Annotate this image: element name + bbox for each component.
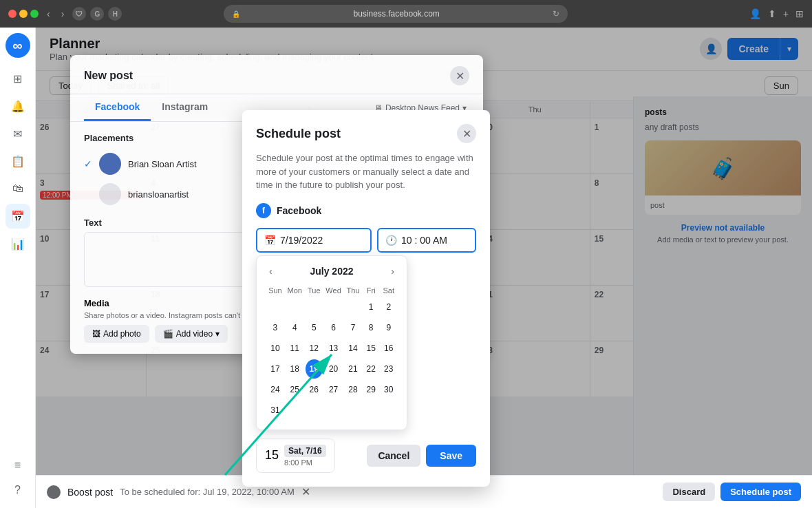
suggested-date: Sat, 7/16 [284,445,326,457]
cal-day-17[interactable]: 17 [266,359,284,379]
cal-day-empty [286,297,304,317]
sidebar-item-more[interactable]: ≡ [6,453,30,478]
cal-day-21[interactable]: 21 [344,359,362,379]
cal-day-1[interactable]: 1 [363,297,379,317]
calendar-next-button[interactable]: › [387,264,398,278]
sidebar-item-home[interactable]: ⊞ [6,66,30,91]
date-input[interactable]: 📅 7/19/2022 [256,228,372,253]
cal-day-7[interactable]: 7 [344,318,362,337]
new-tab-icon[interactable]: + [783,8,789,19]
cal-day-15[interactable]: 15 [363,339,379,358]
dialog-header: New post ✕ [70,55,483,94]
calendar-grid-table: Sun Mon Tue Wed Thu Fri Sat [265,284,398,421]
url-bar[interactable]: 🔒 business.facebook.com ↻ [224,5,568,23]
shield-extension-icon[interactable]: 🛡 [72,7,86,21]
cal-day-3[interactable]: 3 [266,318,284,337]
schedule-title: Schedule post [256,127,341,141]
cal-day-22[interactable]: 22 [363,359,379,379]
cal-day-16[interactable]: 16 [381,339,397,358]
add-video-button[interactable]: 🎬 Add video ▾ [155,325,228,343]
tab-facebook[interactable]: Facebook [84,94,151,121]
cal-day-empty [306,297,323,317]
cal-day-30[interactable]: 30 [381,380,397,399]
cal-day-4[interactable]: 4 [286,318,304,337]
cal-day-empty [344,401,362,420]
sidebar-item-content[interactable]: 📋 [6,149,30,173]
bottom-close-button[interactable]: ✕ [301,485,310,498]
cal-day-25[interactable]: 25 [286,380,304,399]
sidebar-item-help[interactable]: ? [6,478,30,502]
tab-instagram[interactable]: Instagram [151,94,219,121]
cal-day-20[interactable]: 20 [324,359,343,379]
tabs-icon[interactable]: ⊞ [795,8,804,19]
video-dropdown-icon: ▾ [215,329,220,339]
cal-day-31[interactable]: 31 [266,401,284,420]
action-row: Cancel Save [367,445,476,467]
clock-input-icon: 🕐 [385,235,397,246]
cal-day-10[interactable]: 10 [266,339,284,358]
video-icon: 🎬 [163,329,173,339]
sidebar-item-insights[interactable]: 📊 [6,231,30,256]
cal-week-3: 10 11 12 13 14 15 16 [266,339,397,358]
grammarly-extension-icon[interactable]: G [90,7,104,21]
save-button[interactable]: Save [426,445,476,467]
cal-day-12[interactable]: 12 [306,339,323,358]
cal-day-11[interactable]: 11 [286,339,304,358]
cal-day-27[interactable]: 27 [324,380,343,399]
honey-extension-icon[interactable]: H [108,7,122,21]
cal-day-24[interactable]: 24 [266,380,284,399]
cal-day-empty [381,401,397,420]
new-post-title: New post [84,70,133,82]
cal-day-28[interactable]: 28 [344,380,362,399]
cal-day-5[interactable]: 5 [306,318,323,337]
suggested-action-row: 15 Sat, 7/16 8:00 PM Cancel Save [256,438,476,473]
facebook-icon: f [256,203,271,218]
boost-circle [47,485,61,499]
schedule-description: Schedule your post at the optimal times … [256,151,476,192]
sidebar-item-inbox[interactable]: ✉ [6,121,30,146]
cal-day-26[interactable]: 26 [306,380,323,399]
cal-day-6[interactable]: 6 [324,318,343,337]
meta-logo: ∞ [6,33,30,58]
schedule-post-button[interactable]: Schedule post [720,483,801,501]
sidebar-item-planner[interactable]: 📅 [6,204,30,229]
main-content: Planner Plan your marketing calendar by … [36,28,812,508]
cal-day-8[interactable]: 8 [363,318,379,337]
cal-day-13[interactable]: 13 [324,339,343,358]
schedule-header: Schedule post ✕ [256,124,476,143]
cal-day-empty [344,297,362,317]
sidebar-item-shop[interactable]: 🛍 [6,176,30,201]
cal-day-18[interactable]: 18 [286,359,304,379]
account-icon[interactable]: 👤 [749,8,761,19]
boost-label: Boost post [67,487,113,498]
time-input[interactable]: 🕐 10 : 00 AM [377,228,476,253]
cal-day-23[interactable]: 23 [381,359,397,379]
sidebar-item-notifications[interactable]: 🔔 [6,94,30,118]
cal-day-2[interactable]: 2 [381,297,397,317]
calendar-prev-button[interactable]: ‹ [265,264,277,278]
placement-name-2: briansloanartist [128,189,189,200]
cal-header-sun: Sun [266,285,284,296]
time-value: 10 : 00 AM [401,235,447,246]
cal-day-empty [363,401,379,420]
cal-day-9[interactable]: 9 [381,318,397,337]
new-post-close-button[interactable]: ✕ [450,66,469,85]
back-button[interactable]: ‹ [44,7,53,21]
sidebar: ∞ ⊞ 🔔 ✉ 📋 🛍 📅 📊 ≡ ? [0,28,36,508]
cal-day-29[interactable]: 29 [363,380,379,399]
forward-button[interactable]: › [58,7,67,21]
cal-header-sat: Sat [381,285,397,296]
share-icon[interactable]: ⬆ [768,8,776,19]
suggested-time-info: Sat, 7/16 8:00 PM [284,445,326,467]
cal-day-19-selected[interactable]: 19 [306,359,323,379]
add-photo-button[interactable]: 🖼 Add photo [84,325,149,343]
schedule-close-button[interactable]: ✕ [457,124,476,143]
suggested-time: 8:00 PM [284,458,326,467]
browser-toolbar-icons: 👤 ⬆ + ⊞ [749,8,804,19]
discard-button[interactable]: Discard [663,483,715,501]
url-text: business.facebook.com [244,9,548,19]
cancel-button[interactable]: Cancel [367,445,420,467]
calendar-popup-header: ‹ July 2022 › [265,264,398,278]
platform-row: f Facebook [256,203,476,218]
cal-day-14[interactable]: 14 [344,339,362,358]
